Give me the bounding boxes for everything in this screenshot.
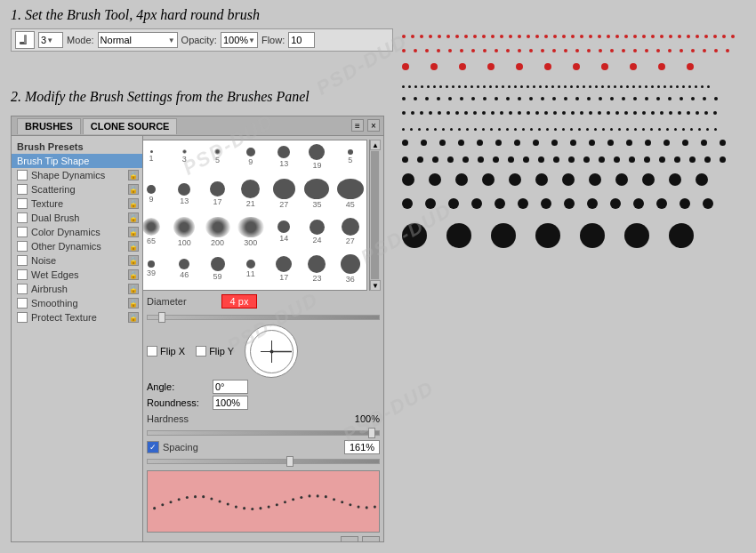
- brush-cell[interactable]: 24: [301, 216, 333, 248]
- texture-checkbox[interactable]: [17, 198, 28, 209]
- panel-sidebar: Brush Presets Brush Tip Shape Shape Dyna…: [12, 136, 143, 541]
- brush-cell[interactable]: 13: [268, 140, 300, 172]
- brush-cell[interactable]: 46: [168, 253, 200, 285]
- protect-texture-checkbox[interactable]: [17, 312, 28, 323]
- brush-cell[interactable]: 35: [301, 178, 333, 210]
- brush-cell[interactable]: 5: [334, 140, 366, 172]
- roundness-input[interactable]: [213, 396, 248, 410]
- smoothing-checkbox[interactable]: [17, 298, 28, 309]
- angle-controls: Angle: Roundness:: [147, 380, 380, 410]
- svg-point-186: [668, 97, 672, 100]
- brush-cell[interactable]: 17: [268, 253, 300, 285]
- brush-cell[interactable]: 9: [143, 178, 167, 210]
- color-dynamics-checkbox[interactable]: [17, 227, 28, 237]
- brush-cell[interactable]: 45: [334, 178, 366, 210]
- brush-cell[interactable]: 300: [235, 216, 267, 248]
- brush-cell[interactable]: 65: [143, 216, 167, 248]
- sidebar-item-scattering[interactable]: Scattering 🔒: [12, 182, 142, 196]
- svg-point-267: [402, 140, 408, 146]
- svg-point-136: [545, 85, 548, 88]
- tab-clone-source[interactable]: CLONE SOURCE: [83, 118, 178, 134]
- sidebar-item-brush-tip-shape[interactable]: Brush Tip Shape: [12, 154, 142, 168]
- brush-cell[interactable]: 1: [143, 140, 167, 172]
- tab-brushes[interactable]: BRUSHES: [17, 118, 81, 134]
- sidebar-item-dual-brush[interactable]: Dual Brush 🔒: [12, 211, 142, 225]
- brush-cell[interactable]: 9: [235, 140, 267, 172]
- panel-close-button[interactable]: ×: [367, 119, 380, 132]
- sidebar-item-airbrush[interactable]: Airbrush 🔒: [12, 282, 142, 296]
- sidebar-item-shape-dynamics[interactable]: Shape Dynamics 🔒: [12, 168, 142, 182]
- other-dynamics-checkbox[interactable]: [17, 241, 28, 252]
- svg-point-311: [509, 173, 521, 186]
- brush-cell[interactable]: 17: [202, 178, 234, 210]
- svg-point-179: [587, 97, 591, 100]
- svg-point-252: [602, 128, 605, 131]
- spacing-row: ✓ Spacing 161%: [147, 440, 380, 454]
- opacity-dropdown[interactable]: 100% ▼: [221, 32, 258, 48]
- brush-cell[interactable]: 11: [235, 253, 267, 285]
- flip-y-checkbox[interactable]: [196, 346, 206, 357]
- brush-cell[interactable]: 3: [168, 140, 200, 172]
- sidebar-item-wet-edges[interactable]: Wet Edges 🔒: [12, 268, 142, 282]
- brush-size-dropdown[interactable]: 3 ▼: [38, 32, 63, 48]
- hardness-slider-handle[interactable]: [368, 428, 375, 438]
- hardness-slider[interactable]: [147, 428, 380, 438]
- svg-point-299: [614, 156, 620, 163]
- svg-point-116: [421, 85, 423, 88]
- airbrush-checkbox[interactable]: [17, 284, 28, 294]
- roundness-label: Roundness:: [147, 397, 209, 408]
- brush-cell[interactable]: 21: [235, 178, 267, 210]
- flip-x-checkbox[interactable]: [147, 346, 157, 357]
- spacing-slider[interactable]: [147, 456, 380, 467]
- svg-point-200: [482, 111, 486, 115]
- svg-point-225: [704, 111, 708, 115]
- svg-point-250: [586, 128, 589, 131]
- scroll-up-btn[interactable]: ▲: [370, 140, 381, 150]
- brush-cell[interactable]: 23: [301, 253, 333, 285]
- flow-dropdown[interactable]: 10: [288, 32, 315, 48]
- sidebar-item-protect-texture[interactable]: Protect Texture 🔒: [12, 310, 142, 325]
- brush-cell[interactable]: 39: [143, 253, 167, 285]
- bottom-icon-1[interactable]: ↙: [341, 536, 358, 541]
- svg-point-321: [448, 198, 459, 209]
- shape-dynamics-checkbox[interactable]: [17, 170, 28, 180]
- sidebar-item-texture[interactable]: Texture 🔒: [12, 196, 142, 211]
- brush-cell[interactable]: 27: [334, 216, 366, 248]
- diameter-value[interactable]: 4 px: [221, 294, 257, 309]
- spacing-checkbox[interactable]: ✓: [147, 441, 159, 453]
- sidebar-item-other-dynamics[interactable]: Other Dynamics 🔒: [12, 239, 142, 253]
- bottom-icon-2[interactable]: ⊞: [362, 536, 380, 541]
- color-dynamics-lock: 🔒: [128, 227, 139, 237]
- brush-cell[interactable]: 59: [202, 253, 234, 285]
- brush-tool-icon[interactable]: [15, 31, 35, 49]
- mode-dropdown[interactable]: Normal ▼: [98, 32, 178, 48]
- sidebar-item-color-dynamics[interactable]: Color Dynamics 🔒: [12, 225, 142, 239]
- scroll-down-btn[interactable]: ▼: [370, 280, 381, 291]
- diameter-slider[interactable]: [147, 312, 380, 323]
- panel-menu-button[interactable]: ≡: [351, 119, 364, 132]
- brush-cell[interactable]: 36: [334, 253, 366, 285]
- brush-cell[interactable]: 100: [168, 216, 200, 248]
- brush-presets-label[interactable]: Brush Presets: [12, 140, 142, 154]
- brush-cell[interactable]: 13: [168, 178, 200, 210]
- scroll-thumb[interactable]: [371, 151, 379, 279]
- dual-brush-checkbox[interactable]: [17, 212, 28, 223]
- scattering-checkbox[interactable]: [17, 184, 28, 195]
- diameter-slider-handle[interactable]: [158, 312, 165, 323]
- brush-cell[interactable]: 200: [202, 216, 234, 248]
- svg-point-96: [668, 49, 672, 52]
- grid-scrollbar[interactable]: ▲ ▼: [369, 140, 380, 291]
- brush-cell[interactable]: 27: [268, 178, 300, 210]
- spacing-slider-handle[interactable]: [286, 456, 294, 467]
- brush-cell[interactable]: 19: [301, 140, 333, 172]
- angle-dial[interactable]: [245, 325, 298, 378]
- brush-cell[interactable]: 14: [268, 216, 300, 248]
- brush-cell[interactable]: 5: [202, 140, 234, 172]
- noise-checkbox[interactable]: [17, 255, 28, 266]
- angle-input[interactable]: [213, 380, 248, 394]
- hardness-row: Hardness 100%: [147, 413, 380, 424]
- opacity-label: Opacity:: [181, 35, 217, 45]
- sidebar-item-noise[interactable]: Noise 🔒: [12, 253, 142, 268]
- wet-edges-checkbox[interactable]: [17, 269, 28, 280]
- sidebar-item-smoothing[interactable]: Smoothing 🔒: [12, 296, 142, 310]
